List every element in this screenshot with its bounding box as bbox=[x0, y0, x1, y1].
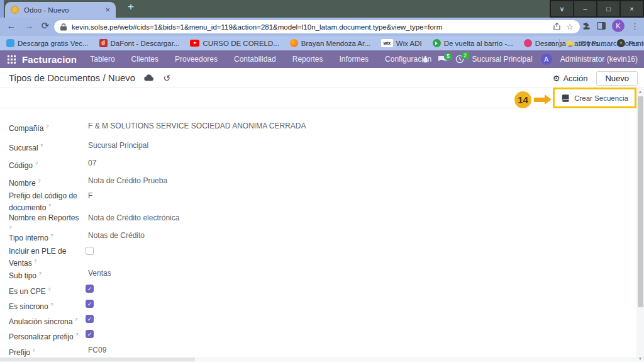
internal-type-field[interactable]: Notas de Crédito bbox=[88, 231, 145, 240]
field-row: Incluir en PLE de Ventas ? bbox=[9, 247, 83, 268]
other-bookmarks-button[interactable]: Otros marcadores bbox=[581, 40, 639, 47]
menu-clientes[interactable]: Clientes bbox=[123, 55, 167, 64]
close-button[interactable]: × bbox=[621, 1, 643, 16]
messages-icon[interactable]: 5 bbox=[438, 55, 447, 64]
bookmark-item[interactable]: De vuelta al barrio -... bbox=[433, 39, 513, 47]
action-menu[interactable]: ⚙ Acción bbox=[553, 74, 588, 83]
custom-prefix-checkbox[interactable] bbox=[86, 330, 94, 338]
help-icon: ? bbox=[32, 348, 35, 353]
field-label: Tipo interno ? bbox=[9, 231, 83, 243]
doc-code-prefix-field[interactable]: F bbox=[88, 191, 92, 200]
horizontal-scrollbar[interactable] bbox=[0, 357, 636, 362]
field-row: Prefijo ? FC09 bbox=[9, 346, 83, 358]
freepik-icon bbox=[524, 39, 532, 47]
vecteezy-icon bbox=[6, 39, 14, 47]
bookmark-item[interactable]: Descarga gratis Vec... bbox=[6, 39, 89, 47]
include-ple-checkbox[interactable] bbox=[86, 247, 94, 255]
forward-icon[interactable]: → bbox=[23, 20, 35, 31]
name-field[interactable]: Nota de Crédito Prueba bbox=[88, 176, 167, 185]
back-icon[interactable]: ← bbox=[5, 20, 18, 31]
bookmark-star-icon[interactable]: ☆ bbox=[566, 22, 574, 31]
vertical-scroll-thumb[interactable] bbox=[638, 96, 643, 307]
scroll-down-icon[interactable]: ▼ bbox=[636, 356, 644, 361]
reload-icon[interactable]: ⟳ bbox=[39, 20, 52, 31]
tab-close-icon[interactable]: × bbox=[105, 5, 110, 14]
vertical-scrollbar[interactable]: ▲ ▼ bbox=[636, 88, 644, 362]
lock-icon bbox=[60, 23, 67, 31]
help-icon: ? bbox=[48, 203, 51, 208]
field-row: Código ? 07 bbox=[9, 159, 83, 171]
bookmark-item[interactable]: Brayan Mendoza Ar... bbox=[290, 39, 370, 47]
field-label: Anulación sincrona ? bbox=[9, 315, 83, 327]
help-icon: ? bbox=[34, 258, 36, 264]
browser-tab-strip: Odoo - Nuevo × + ∨ – □ × bbox=[0, 0, 644, 18]
window-menu-button[interactable]: ∨ bbox=[551, 1, 573, 16]
share-icon[interactable] bbox=[553, 23, 561, 31]
help-icon: ? bbox=[50, 302, 53, 307]
dafont-icon bbox=[99, 39, 108, 47]
field-label: Incluir en PLE de Ventas ? bbox=[9, 247, 83, 268]
gear-icon: ⚙ bbox=[553, 74, 560, 83]
help-icon: ? bbox=[75, 332, 78, 337]
side-panel-icon[interactable] bbox=[597, 22, 606, 30]
browser-tab[interactable]: Odoo - Nuevo × bbox=[5, 2, 116, 18]
bookmark-item[interactable]: CURSO DE CORELD... bbox=[190, 40, 279, 47]
url-bar[interactable]: kevin.solse.pe/web#cids=1&bids=1&menu_id… bbox=[54, 20, 580, 33]
window-controls: ∨ – □ × bbox=[550, 0, 644, 18]
menu-contabilidad[interactable]: Contabilidad bbox=[226, 55, 284, 64]
activities-badge: 2 bbox=[462, 52, 469, 59]
app-name[interactable]: Facturacion bbox=[22, 54, 77, 65]
chrome-menu-icon[interactable]: ⋮ bbox=[631, 21, 639, 31]
profile-avatar[interactable]: K bbox=[612, 20, 625, 32]
report-name-field[interactable]: Nota de Crédito electrónica bbox=[88, 213, 179, 222]
unsaved-cloud-icon[interactable] bbox=[144, 74, 154, 81]
user-avatar[interactable]: A bbox=[541, 54, 552, 65]
field-row: Es sincrono ? bbox=[9, 300, 83, 312]
menu-proveedores[interactable]: Proveedores bbox=[167, 55, 226, 64]
toolbar-right-icons: K ⋮ bbox=[582, 20, 639, 32]
company-field[interactable]: F & M SOLUTIONS SERVICE SOCIEDAD ANONIMA… bbox=[88, 122, 306, 130]
is-cpe-checkbox[interactable] bbox=[86, 285, 94, 293]
field-row: Compañía ? F & M SOLUTIONS SERVICE SOCIE… bbox=[9, 122, 83, 133]
branch-selector[interactable]: Sucursal Principal bbox=[472, 55, 533, 64]
new-button[interactable]: Nuevo bbox=[596, 71, 638, 86]
extensions-puzzle-icon[interactable] bbox=[582, 22, 591, 30]
code-field[interactable]: 07 bbox=[88, 159, 96, 167]
journal-book-icon bbox=[561, 94, 570, 103]
field-label: Sucursal ? bbox=[9, 141, 83, 153]
subtype-field[interactable]: Ventas bbox=[88, 269, 111, 278]
field-label: Es sincrono ? bbox=[9, 300, 83, 312]
odoo-favicon-icon bbox=[11, 6, 19, 14]
apps-grid-icon[interactable] bbox=[8, 55, 16, 64]
field-row: Tipo interno ? Notas de Crédito bbox=[9, 231, 83, 243]
bookmark-item[interactable]: DaFont - Descargar... bbox=[99, 39, 180, 47]
is-sync-checkbox[interactable] bbox=[86, 300, 94, 308]
new-tab-button[interactable]: + bbox=[123, 1, 138, 13]
branch-field[interactable]: Sucursal Principal bbox=[88, 141, 148, 150]
discard-undo-icon[interactable]: ↺ bbox=[163, 74, 170, 82]
divider bbox=[559, 39, 560, 48]
menu-reportes[interactable]: Reportes bbox=[284, 55, 331, 64]
sync-cancel-checkbox[interactable] bbox=[86, 315, 94, 323]
prefix-field[interactable]: FC09 bbox=[88, 346, 106, 354]
scroll-up-icon[interactable]: ▲ bbox=[636, 89, 644, 94]
horizontal-scroll-thumb[interactable] bbox=[0, 358, 195, 361]
bookmarks-overflow-icon[interactable]: » bbox=[548, 38, 553, 48]
help-icon: ? bbox=[48, 286, 50, 292]
annotation-arrow-icon bbox=[534, 98, 545, 102]
help-icon: ? bbox=[46, 123, 48, 129]
maximize-button[interactable]: □ bbox=[597, 1, 619, 16]
user-menu[interactable]: Administrator (kevin16) bbox=[560, 55, 638, 64]
debug-bug-icon[interactable] bbox=[421, 55, 430, 64]
field-label: Código ? bbox=[9, 159, 83, 171]
minimize-button[interactable]: – bbox=[574, 1, 596, 16]
menu-informes[interactable]: Informes bbox=[331, 55, 377, 64]
activities-clock-icon[interactable]: 2 bbox=[455, 55, 464, 64]
youtube-icon bbox=[190, 40, 199, 47]
field-row: Sucursal ? Sucursal Principal bbox=[9, 141, 83, 153]
create-sequence-button[interactable]: Crear Secuencia bbox=[574, 94, 628, 102]
menu-tablero[interactable]: Tablero bbox=[82, 55, 123, 64]
breadcrumb[interactable]: Tipos de Documentos / Nuevo bbox=[9, 72, 135, 83]
url-text[interactable]: kevin.solse.pe/web#cids=1&bids=1&menu_id… bbox=[72, 23, 548, 31]
bookmark-item[interactable]: Wix ADI bbox=[381, 39, 422, 47]
